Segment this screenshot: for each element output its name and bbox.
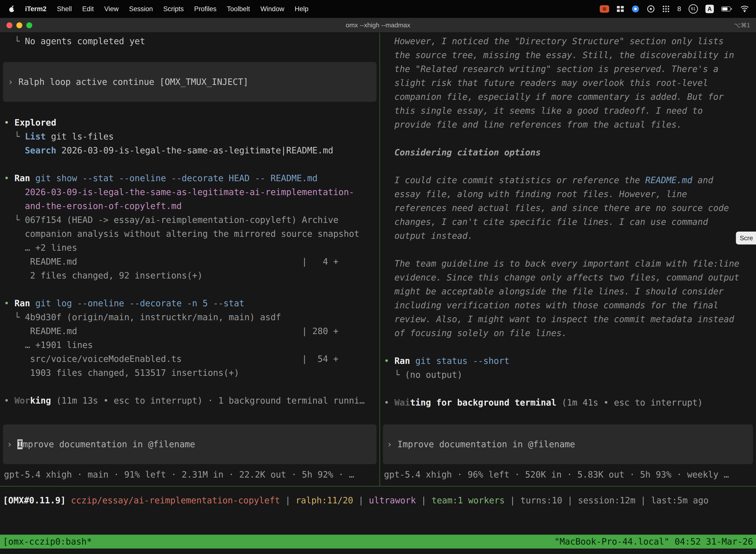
terminal-line: 2 files changed, 92 insertions(+) — [0, 269, 379, 282]
text-segment: └ — [384, 370, 405, 380]
wifi-icon[interactable] — [740, 5, 749, 12]
menu-bar-left: iTerm2ShellEditViewSessionScriptsProfile… — [7, 5, 314, 13]
text-segment: (no output) — [405, 370, 462, 380]
text-segment: 1903 files changed, 513517 insertions(+) — [4, 368, 239, 378]
text-segment: king — [30, 396, 51, 405]
text-segment: the source tree, missing the essay. Stil… — [384, 50, 734, 60]
left-input-box[interactable]: › Improve documentation in @filename — [3, 425, 377, 464]
terminal-line: including verification notes with those … — [380, 298, 756, 312]
swirl-app-icon[interactable] — [647, 5, 655, 13]
terminal-line: references need actual files, and since … — [380, 201, 756, 215]
terminal-line: the source tree, missing the essay. Stil… — [380, 48, 756, 62]
terminal-line: › Ralph loop active continue [OMX_TMUX_I… — [7, 75, 248, 89]
text-segment: and-the-erosion-of-copyleft.md — [25, 201, 182, 211]
git-show-stat-block: • Ran git show --stat --oneline --decora… — [0, 171, 379, 282]
menu-iterm2[interactable]: iTerm2 — [20, 5, 52, 13]
menu-items: iTerm2ShellEditViewSessionScriptsProfile… — [20, 5, 314, 13]
right-terminal-pane[interactable]: However, I noticed the "Directory Struct… — [380, 33, 756, 486]
minimize-button[interactable] — [16, 22, 22, 28]
magnet-app-icon[interactable]: 8 — [677, 5, 681, 13]
tmux-panes: └ No agents completed yet› Ralph loop ac… — [0, 33, 756, 487]
text-segment: | — [353, 495, 369, 505]
tmux-session-name: [omx-cczip0:bash* — [3, 537, 92, 547]
grid-layout-icon[interactable] — [617, 6, 624, 12]
menu-edit[interactable]: Edit — [77, 5, 99, 13]
text-segment: turns:10 — [520, 495, 562, 505]
traffic-lights — [0, 22, 32, 28]
text-segment: 067f154 (HEAD -> essay/ai-reimplementati… — [25, 215, 338, 225]
text-segment: … +2 lines — [4, 243, 77, 253]
text-segment — [384, 148, 394, 157]
terminal-line: • Ran git status --short — [380, 354, 756, 368]
omx-session-pane: [OMX#0.11.9] cczip/essay/ai-reimplementa… — [0, 487, 756, 535]
text-segment: • — [4, 396, 14, 405]
text-segment: companion file, especially if more comme… — [384, 92, 724, 102]
battery-icon[interactable] — [721, 6, 733, 12]
left-pane-output: └ No agents completed yet› Ralph loop ac… — [0, 33, 379, 425]
left-model-status-line: gpt-5.4 xhigh · main · 91% left · 2.31M … — [4, 467, 379, 482]
text-segment: [OMX#0.11.9] — [3, 495, 66, 505]
terminal-line: • Ran git log --oneline --decorate -n 5 … — [0, 296, 379, 310]
text-segment: Ran — [394, 356, 410, 366]
zoom-button[interactable] — [26, 22, 32, 28]
text-segment: Considering citation options — [394, 148, 541, 157]
screen-tooltip-pill[interactable]: Scre — [736, 232, 756, 244]
text-segment: | — [505, 495, 520, 505]
macos-menu-bar: iTerm2ShellEditViewSessionScriptsProfile… — [0, 0, 756, 18]
text-segment: └ — [4, 312, 25, 322]
menu-scripts[interactable]: Scripts — [158, 5, 189, 13]
text-segment: • — [4, 298, 14, 308]
battery-gauge-icon[interactable]: 61 — [689, 4, 698, 14]
terminal-line: changes, I can't cite specific file line… — [380, 215, 756, 229]
apple-menu-icon[interactable] — [7, 5, 20, 13]
window-title: omx --xhigh --madmax — [0, 21, 756, 29]
text-segment: However, I noticed the "Directory Struct… — [384, 36, 724, 46]
menu-window[interactable]: Window — [255, 5, 290, 13]
terminal-line: of focusing solely on file lines. — [380, 326, 756, 340]
close-button[interactable] — [6, 22, 12, 28]
ralph-loop-banner: › Ralph loop active continue [OMX_TMUX_I… — [3, 62, 377, 102]
app-grid-icon[interactable] — [662, 5, 670, 13]
terminal-line: I could cite commit statistics or refere… — [380, 173, 756, 187]
terminal-line: └ 067f154 (HEAD -> essay/ai-reimplementa… — [0, 213, 379, 227]
menu-help[interactable]: Help — [290, 5, 314, 13]
menu-profiles[interactable]: Profiles — [189, 5, 222, 13]
screen-recording-icon[interactable] — [600, 5, 609, 13]
terminal-line: output instead. — [380, 229, 756, 243]
window-shortcut-badge: ⌥⌘1 — [734, 22, 756, 29]
text-segment: slight risk that future readers may over… — [384, 78, 708, 88]
terminal-line: • Waiting for background terminal (1m 41… — [380, 396, 756, 409]
text-segment: Explored — [14, 118, 56, 127]
text-segment: evidence. Since this change only affects… — [384, 273, 739, 282]
text-segment: No agents completed yet — [25, 36, 145, 46]
menu-view[interactable]: View — [99, 5, 124, 13]
terminal-line: review. Also, I might want to inspect th… — [380, 312, 756, 326]
omx-status-bar: [OMX#0.11.9] cczip/essay/ai-reimplementa… — [3, 493, 756, 507]
terminal-line: README.md | 4 + — [0, 255, 379, 269]
text-segment: Wai — [394, 398, 410, 407]
git-log-block: • Ran git log --oneline --decorate -n 5 … — [0, 296, 379, 380]
thinking-heading: Considering citation options — [380, 146, 756, 159]
left-terminal-pane[interactable]: └ No agents completed yet› Ralph loop ac… — [0, 33, 379, 486]
terminal-line: … +2 lines — [0, 241, 379, 255]
agents-status-line: └ No agents completed yet — [0, 34, 379, 48]
terminal-line: • Ran git show --stat --oneline --decora… — [0, 171, 379, 185]
text-segment: ultrawork — [369, 495, 416, 505]
text-segment: including verification notes with those … — [384, 300, 718, 310]
menu-toolbelt[interactable]: Toolbelt — [222, 5, 255, 13]
terminal-line: Search 2026-03-09-is-legal-the-same-as-l… — [0, 144, 379, 157]
menu-session[interactable]: Session — [124, 5, 158, 13]
terminal-line: evidence. Since this change only affects… — [380, 271, 756, 284]
keyboard-input-source-icon[interactable]: A — [705, 5, 714, 13]
right-input-box[interactable]: › Improve documentation in @filename — [383, 425, 753, 464]
text-segment: companion analysis without altering the … — [4, 229, 359, 239]
menu-shell[interactable]: Shell — [52, 5, 77, 13]
text-segment: | — [416, 495, 432, 505]
tmux-host-clock: "MacBook-Pro-44.local" 04:52 31-Mar-26 — [554, 537, 753, 547]
terminal-line: The team guideline is to back every impo… — [380, 257, 756, 271]
text-segment: Ran — [14, 298, 30, 308]
text-segment: cczip/essay/ai-reimplementation-copyleft — [71, 495, 280, 505]
terminal-line: └ No agents completed yet — [0, 34, 379, 48]
blue-app-icon[interactable] — [631, 5, 639, 13]
terminal-line: companion file, especially if more comme… — [380, 90, 756, 104]
